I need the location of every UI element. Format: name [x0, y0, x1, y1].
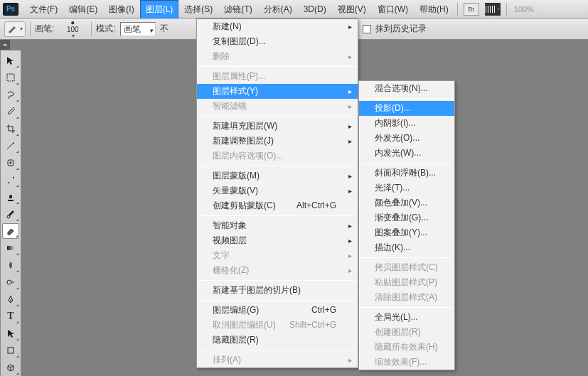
gradient-tool-icon[interactable] — [2, 240, 19, 256]
photoshop-logo-icon: Ps — [3, 3, 18, 16]
brush-picker[interactable]: ● 100 — [58, 19, 87, 39]
menu-3d[interactable]: 3D(D) — [298, 0, 332, 18]
path-selection-tool-icon[interactable] — [2, 326, 19, 341]
layer-style-item[interactable]: 内发光(W)... — [359, 146, 454, 161]
menu-shortcut: Alt+Ctrl+G — [296, 198, 336, 213]
svg-point-2 — [7, 215, 10, 218]
move-tool-icon[interactable] — [2, 53, 19, 68]
blur-tool-icon[interactable] — [2, 257, 19, 273]
crop-tool-icon[interactable] — [2, 121, 19, 136]
layer-menu-item[interactable]: 新建(N) — [197, 19, 358, 34]
svg-rect-3 — [7, 246, 14, 250]
menu-separator — [360, 163, 453, 163]
menu-separator — [198, 280, 356, 281]
tool-panel: T — [0, 50, 21, 376]
menu-shortcut: Shift+Ctrl+G — [289, 318, 336, 333]
layer-style-item[interactable]: 颜色叠加(V)... — [359, 195, 454, 210]
layer-menu-item[interactable]: 视频图层 — [197, 233, 358, 248]
layer-style-item: 创建图层(R) — [359, 325, 454, 340]
menu-layer[interactable]: 图层(L) — [140, 0, 179, 18]
menu-separator — [198, 166, 356, 166]
menu-analysis[interactable]: 分析(A) — [258, 0, 298, 18]
layer-menu-item: 图层属性(P)... — [197, 69, 358, 84]
eyedropper-tool-icon[interactable] — [2, 138, 19, 154]
layer-style-item[interactable]: 外发光(O)... — [359, 131, 454, 146]
menu-separator — [198, 350, 356, 350]
layer-menu-item[interactable]: 复制图层(D)... — [197, 34, 358, 49]
layer-style-item[interactable]: 描边(K)... — [359, 240, 454, 255]
menu-file[interactable]: 文件(F) — [24, 0, 63, 18]
menu-separator — [198, 116, 356, 117]
layer-menu-item: 排列(A) — [197, 353, 358, 367]
toolpanel-handle[interactable] — [0, 40, 10, 50]
layer-style-item: 清除图层样式(A) — [359, 290, 454, 305]
layer-menu-dropdown: 新建(N)复制图层(D)...删除图层属性(P)...图层样式(Y)智能滤镜新建… — [196, 18, 358, 368]
layer-style-item: 粘贴图层样式(P) — [359, 275, 454, 290]
3d-tool-icon[interactable] — [2, 360, 19, 375]
layer-menu-item[interactable]: 图层样式(Y) — [197, 84, 358, 99]
svg-rect-5 — [8, 348, 14, 353]
layer-style-item[interactable]: 渐变叠加(G)... — [359, 210, 454, 225]
lasso-tool-icon[interactable] — [2, 87, 19, 102]
menubar-separator — [506, 3, 507, 16]
layer-style-item: 拷贝图层样式(C) — [359, 260, 454, 275]
tool-preset-picker[interactable] — [4, 21, 26, 37]
history-checkbox[interactable] — [363, 25, 371, 33]
layer-style-item[interactable]: 斜面和浮雕(B)... — [359, 166, 454, 181]
layer-style-item[interactable]: 全局光(L)... — [359, 310, 454, 325]
layer-menu-item: 栅格化(Z) — [197, 263, 358, 278]
layer-menu-item[interactable]: 新建调整图层(J) — [197, 134, 358, 149]
layer-menu-item[interactable]: 新建基于图层的切片(B) — [197, 283, 358, 298]
pen-tool-icon[interactable] — [2, 291, 19, 307]
layer-style-item[interactable]: 光泽(T)... — [359, 181, 454, 195]
healing-brush-tool-icon[interactable] — [2, 155, 19, 171]
layer-menu-item[interactable]: 图层蒙版(M) — [197, 168, 358, 183]
layer-menu-item: 智能滤镜 — [197, 99, 358, 114]
menu-select[interactable]: 选择(S) — [178, 0, 218, 18]
toolbar-separator — [91, 22, 92, 36]
layer-style-submenu: 混合选项(N)...投影(D)...内阴影(I)...外发光(O)...内发光(… — [358, 80, 455, 370]
layer-style-item[interactable]: 混合选项(N)... — [359, 81, 454, 96]
marquee-tool-icon[interactable] — [2, 70, 19, 85]
layer-style-item[interactable]: 投影(D)... — [359, 101, 454, 116]
mode-label: 模式: — [96, 23, 115, 35]
zoom-level: 100% — [514, 5, 534, 14]
layer-menu-item[interactable]: 矢量蒙版(V) — [197, 183, 358, 198]
menu-filter[interactable]: 滤镜(T) — [218, 0, 257, 18]
layer-menu-item: 文字 — [197, 248, 358, 263]
menu-view[interactable]: 视图(V) — [332, 0, 372, 18]
menu-edit[interactable]: 编辑(E) — [63, 0, 103, 18]
svg-point-4 — [7, 280, 11, 284]
layer-style-item: 缩放效果(F)... — [359, 355, 454, 370]
menu-separator — [198, 215, 356, 216]
layer-style-item: 隐藏所有效果(H) — [359, 340, 454, 355]
menu-help[interactable]: 帮助(H) — [414, 0, 454, 18]
shape-tool-icon[interactable] — [2, 343, 19, 358]
history-brush-tool-icon[interactable] — [2, 206, 19, 222]
layer-style-item[interactable]: 图案叠加(Y)... — [359, 225, 454, 240]
toolbar-separator — [30, 22, 31, 36]
layer-menu-item[interactable]: 图层编组(G)Ctrl+G — [197, 303, 358, 318]
eraser-tool-icon[interactable] — [2, 223, 19, 239]
menu-image[interactable]: 图像(I) — [103, 0, 139, 18]
layer-style-item[interactable]: 内阴影(I)... — [359, 116, 454, 131]
brush-tool-icon[interactable] — [2, 172, 19, 188]
dodge-tool-icon[interactable] — [2, 274, 19, 290]
menubar: Ps 文件(F) 编辑(E) 图像(I) 图层(L) 选择(S) 滤镜(T) 分… — [0, 0, 588, 18]
menu-window[interactable]: 窗口(W) — [372, 0, 414, 18]
screen-mode-icon[interactable] — [485, 3, 501, 16]
mode-select[interactable]: 画笔 — [120, 22, 156, 36]
layer-menu-item: 取消图层编组(U)Shift+Ctrl+G — [197, 318, 358, 333]
layer-menu-item[interactable]: 创建剪贴蒙版(C)Alt+Ctrl+G — [197, 198, 358, 213]
layer-menu-item[interactable]: 隐藏图层(R) — [197, 333, 358, 348]
menu-shortcut: Ctrl+G — [311, 303, 336, 318]
menu-separator — [198, 66, 356, 67]
bridge-icon[interactable]: Br — [464, 3, 479, 16]
layer-menu-item[interactable]: 新建填充图层(W) — [197, 119, 358, 134]
menu-separator — [198, 300, 356, 301]
magic-wand-tool-icon[interactable] — [2, 104, 19, 119]
stamp-tool-icon[interactable] — [2, 189, 19, 205]
layer-menu-item[interactable]: 智能对象 — [197, 218, 358, 233]
type-tool-icon[interactable]: T — [2, 308, 19, 324]
menu-separator — [360, 307, 453, 308]
